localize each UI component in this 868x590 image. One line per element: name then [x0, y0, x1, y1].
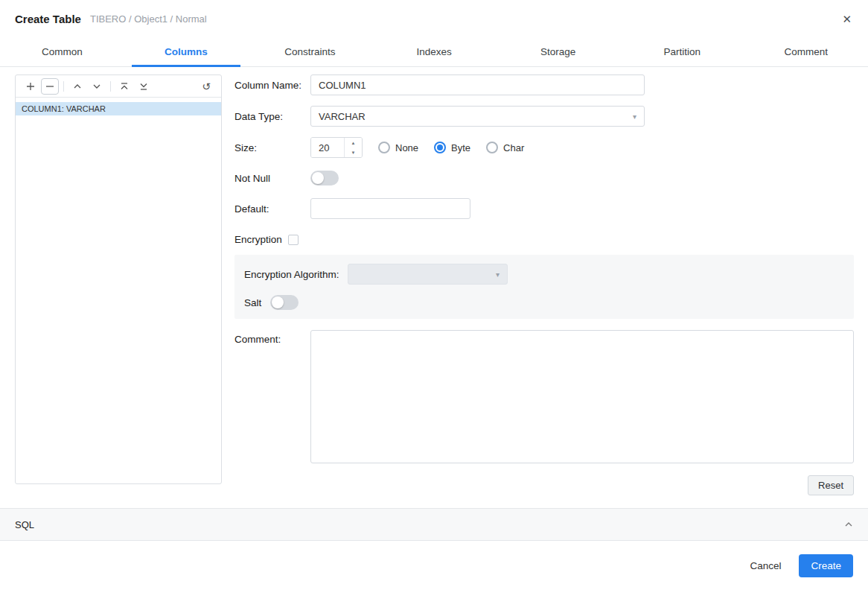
tab-constraints[interactable]: Constraints	[248, 37, 372, 66]
dialog-content: ↺ COLUMN1: VARCHAR Column Name: Data Typ…	[0, 67, 868, 508]
sql-section-header[interactable]: SQL	[0, 508, 868, 541]
tab-comment[interactable]: Comment	[744, 37, 868, 66]
tab-label: Partition	[663, 46, 701, 57]
column-name-input[interactable]	[310, 74, 645, 95]
tab-label: Constraints	[284, 46, 335, 57]
dialog-subtitle: TIBERO / Object1 / Normal	[90, 13, 207, 25]
not-null-row: Not Null	[234, 171, 854, 185]
column-list-toolbar: ↺	[16, 75, 221, 98]
close-icon[interactable]: ✕	[840, 10, 853, 28]
create-button[interactable]: Create	[799, 554, 853, 577]
chevron-down-icon: ▾	[496, 270, 500, 279]
salt-row: Salt	[244, 295, 844, 310]
size-unit-none-radio[interactable]	[378, 142, 390, 153]
column-form: Column Name: Data Type: VARCHAR ▾ Size: …	[234, 74, 854, 508]
toggle-knob	[272, 296, 284, 308]
radio-label: None	[395, 142, 418, 153]
salt-label: Salt	[244, 297, 261, 308]
data-type-label: Data Type:	[234, 111, 310, 122]
dialog-header: Create Table TIBERO / Object1 / Normal ✕	[0, 0, 868, 37]
not-null-label: Not Null	[234, 173, 310, 184]
column-name-label: Column Name:	[234, 80, 310, 91]
encryption-algorithm-label: Encryption Algorithm:	[244, 269, 348, 280]
default-label: Default:	[234, 203, 310, 215]
default-row: Default:	[234, 198, 854, 219]
tab-partition[interactable]: Partition	[620, 37, 744, 66]
dialog-footer: Cancel Create	[0, 541, 868, 590]
encryption-row: Encryption	[234, 234, 854, 245]
move-up-icon[interactable]	[68, 78, 86, 95]
comment-label: Comment:	[234, 330, 310, 345]
move-down-icon[interactable]	[88, 78, 106, 95]
radio-label: Char	[503, 142, 524, 153]
tab-label: Indexes	[416, 46, 451, 57]
size-unit-byte-option[interactable]: Byte	[434, 142, 470, 153]
column-list-item[interactable]: COLUMN1: VARCHAR	[16, 102, 221, 115]
comment-textarea[interactable]	[310, 330, 854, 463]
tab-label: Common	[42, 46, 83, 57]
size-spin-buttons: ▲ ▼	[344, 138, 362, 157]
remove-column-icon[interactable]	[41, 78, 59, 95]
tab-columns[interactable]: Columns	[124, 37, 249, 66]
encryption-algorithm-select[interactable]: ▾	[348, 264, 508, 285]
tab-label: Columns	[165, 46, 208, 57]
encryption-label: Encryption	[234, 234, 282, 245]
tab-storage[interactable]: Storage	[496, 37, 620, 66]
radio-label: Byte	[451, 142, 470, 153]
data-type-row: Data Type: VARCHAR ▾	[234, 106, 854, 127]
comment-row: Comment:	[234, 330, 854, 463]
not-null-toggle[interactable]	[310, 171, 339, 185]
size-input[interactable]	[311, 138, 344, 157]
reset-row: Reset	[234, 475, 854, 495]
size-unit-byte-radio[interactable]	[434, 142, 446, 153]
size-unit-none-option[interactable]: None	[378, 142, 418, 153]
dialog-title: Create Table	[15, 13, 81, 25]
data-type-value: VARCHAR	[319, 111, 366, 122]
salt-toggle[interactable]	[270, 295, 299, 310]
tab-indexes[interactable]: Indexes	[372, 37, 497, 66]
size-label: Size:	[234, 142, 310, 153]
column-list: COLUMN1: VARCHAR	[16, 98, 221, 483]
tab-label: Comment	[785, 46, 829, 57]
sql-section-label: SQL	[15, 519, 34, 530]
size-unit-char-option[interactable]: Char	[486, 142, 524, 153]
add-column-icon[interactable]	[22, 78, 39, 95]
column-list-panel: ↺ COLUMN1: VARCHAR	[15, 74, 222, 484]
encryption-checkbox[interactable]	[288, 235, 299, 245]
chevron-up-icon[interactable]	[844, 521, 853, 527]
size-stepper[interactable]: ▲ ▼	[310, 137, 363, 158]
tab-common[interactable]: Common	[0, 37, 124, 66]
tab-label: Storage	[540, 46, 575, 57]
spin-up-icon[interactable]: ▲	[345, 138, 362, 148]
create-table-dialog: Create Table TIBERO / Object1 / Normal ✕…	[0, 0, 868, 590]
size-row: Size: ▲ ▼ None Byte	[234, 137, 854, 158]
cancel-button[interactable]: Cancel	[742, 554, 788, 577]
chevron-down-icon: ▾	[633, 112, 636, 121]
move-to-bottom-icon[interactable]	[135, 78, 153, 95]
toolbar-divider	[63, 81, 64, 92]
toolbar-divider	[110, 81, 111, 92]
encryption-algorithm-row: Encryption Algorithm: ▾	[244, 264, 844, 285]
default-input[interactable]	[310, 198, 470, 219]
reset-button[interactable]: Reset	[808, 475, 854, 495]
data-type-select[interactable]: VARCHAR ▾	[310, 106, 645, 127]
toggle-knob	[312, 172, 324, 184]
move-to-top-icon[interactable]	[115, 78, 133, 95]
encryption-panel: Encryption Algorithm: ▾ Salt	[234, 255, 854, 319]
spin-down-icon[interactable]: ▼	[345, 148, 362, 157]
tab-bar: Common Columns Constraints Indexes Stora…	[0, 37, 868, 67]
column-name-row: Column Name:	[234, 74, 854, 95]
size-unit-char-radio[interactable]	[486, 142, 498, 153]
refresh-icon[interactable]: ↺	[197, 78, 215, 95]
